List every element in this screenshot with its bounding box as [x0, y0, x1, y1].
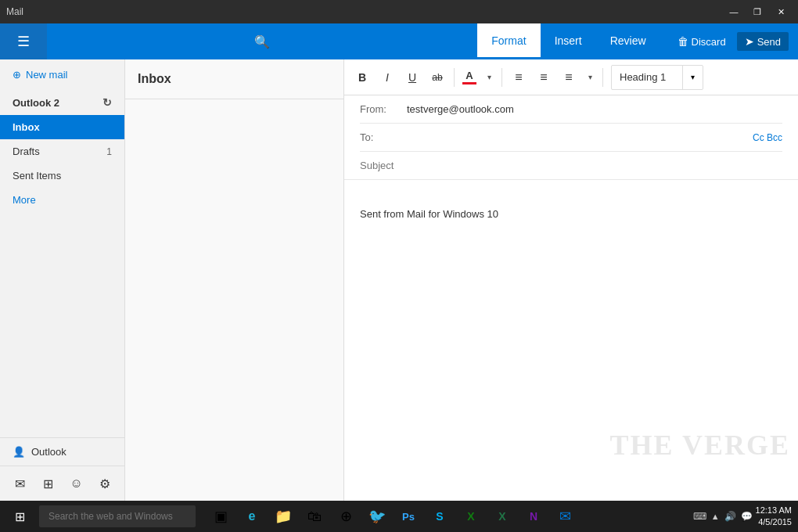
font-color-dropdown[interactable]: ▾ — [481, 66, 497, 89]
align-button[interactable]: ≡ — [557, 66, 581, 89]
format-toolbar: B I U ab A ▾ ≡ ≡ ≡ ▾ Heading 1 — [344, 59, 798, 95]
align-dropdown[interactable]: ▾ — [582, 66, 598, 89]
send-icon: ➤ — [745, 35, 754, 48]
sidebar-item-drafts[interactable]: Drafts 1 — [0, 139, 124, 164]
chrome-icon: ⊕ — [340, 508, 352, 525]
twitter-icon: 🐦 — [368, 508, 386, 525]
date-display: 4/5/2015 — [756, 516, 792, 528]
taskbar-app-store[interactable]: 🛍 — [299, 501, 330, 532]
more-link[interactable]: More — [0, 188, 124, 212]
hamburger-button[interactable]: ☰ — [0, 23, 47, 59]
sidebar-account: Outlook 2 ↻ — [0, 90, 124, 115]
apps-icon-bottom[interactable]: ⊞ — [34, 469, 61, 498]
taskbar-app-twitter[interactable]: 🐦 — [361, 501, 393, 532]
from-field: From: testverge@outlook.com — [360, 95, 782, 124]
keyboard-icon: ⌨ — [693, 511, 706, 522]
taskbar-app-xbox[interactable]: X — [455, 501, 487, 532]
mail-icon-bottom[interactable]: ✉ — [6, 469, 33, 498]
volume-icon: 🔊 — [724, 511, 736, 522]
from-label: From: — [360, 103, 407, 115]
hamburger-icon: ☰ — [17, 33, 30, 50]
heading-selector: Heading 1 ▾ — [611, 65, 703, 90]
minimize-button[interactable]: — — [723, 4, 745, 20]
user-icon: 👤 — [13, 446, 25, 458]
xbox-icon: X — [467, 510, 474, 523]
cc-bcc-button[interactable]: Cc Bcc — [753, 132, 782, 143]
onenote-icon: N — [530, 510, 537, 523]
file-explorer-icon: 📁 — [275, 508, 292, 525]
new-mail-label: New mail — [26, 69, 67, 81]
title-bar: Mail — ❐ ✕ — [0, 0, 798, 23]
new-mail-button[interactable]: ⊕ New mail — [0, 59, 124, 90]
emoji-icon-bottom[interactable]: ☺ — [63, 469, 90, 498]
search-area: 🔍 — [47, 28, 477, 56]
inbox-header: Inbox — [125, 59, 343, 99]
separator-1 — [454, 68, 455, 87]
bold-button[interactable]: B — [350, 66, 374, 89]
taskbar: ⊞ ▣ e 📁 🛍 ⊕ 🐦 Ps S X X — [0, 501, 798, 532]
refresh-icon[interactable]: ↻ — [102, 96, 112, 109]
sidebar-account-bottom[interactable]: 👤 Outlook — [0, 437, 124, 466]
font-color-bar — [462, 82, 476, 84]
separator-2 — [501, 68, 502, 87]
tab-review[interactable]: Review — [596, 23, 660, 59]
edge-icon: e — [249, 509, 256, 523]
account-name: Outlook 2 — [13, 97, 59, 109]
sidebar: ⊕ New mail Outlook 2 ↻ Inbox Drafts 1 Se… — [0, 59, 125, 501]
taskbar-app-explorer[interactable]: 📁 — [268, 501, 299, 532]
new-mail-icon: ⊕ — [13, 69, 21, 81]
list-ordered-button[interactable]: ≡ — [532, 66, 555, 89]
network-icon: ▲ — [711, 512, 720, 521]
discard-button[interactable]: 🗑 Discard — [670, 32, 734, 51]
compose-body[interactable]: Sent from Mail for Windows 10 — [344, 180, 798, 501]
tab-format[interactable]: Format — [477, 23, 540, 59]
heading-dropdown-button[interactable]: ▾ — [682, 66, 703, 89]
taskbar-apps: ▣ e 📁 🛍 ⊕ 🐦 Ps S X X N — [202, 501, 581, 532]
inbox-list: Inbox — [125, 59, 344, 501]
toolbar-actions: 🗑 Discard ➤ Send — [660, 32, 798, 51]
taskbar-app-skype[interactable]: S — [424, 501, 455, 532]
excel-icon: X — [498, 510, 505, 523]
search-button[interactable]: 🔍 — [242, 28, 282, 56]
italic-button[interactable]: I — [376, 66, 399, 89]
notification-icon: 💬 — [741, 511, 753, 522]
sidebar-item-sent[interactable]: Sent Items — [0, 164, 124, 188]
from-value: testverge@outlook.com — [407, 103, 782, 115]
task-view-icon: ▣ — [214, 508, 228, 525]
settings-icon-bottom[interactable]: ⚙ — [92, 469, 118, 498]
clock: 12:13 AM 4/5/2015 — [756, 505, 792, 529]
photoshop-icon: Ps — [402, 511, 415, 523]
maximize-button[interactable]: ❐ — [746, 4, 768, 20]
taskbar-app-taskview[interactable]: ▣ — [205, 501, 236, 532]
font-color-button[interactable]: A — [459, 68, 480, 86]
subject-input[interactable] — [360, 160, 782, 171]
underline-button[interactable]: U — [401, 66, 424, 89]
close-button[interactable]: ✕ — [770, 4, 792, 20]
heading-label: Heading 1 — [612, 68, 682, 86]
taskbar-app-mail[interactable]: ✉ — [549, 501, 581, 532]
top-nav-bar: ☰ 🔍 Format Insert Review 🗑 Discard ➤ Sen… — [0, 23, 798, 59]
time-display: 12:13 AM — [756, 505, 792, 516]
subject-field[interactable] — [360, 152, 782, 179]
main-area: ⊕ New mail Outlook 2 ↻ Inbox Drafts 1 Se… — [0, 59, 798, 501]
discard-icon: 🗑 — [678, 35, 688, 48]
sidebar-item-inbox[interactable]: Inbox — [0, 115, 124, 139]
taskbar-search-input[interactable] — [39, 505, 196, 527]
to-label: To: — [360, 131, 407, 143]
taskbar-app-chrome[interactable]: ⊕ — [330, 501, 361, 532]
to-input[interactable] — [407, 131, 753, 143]
strikethrough-button[interactable]: ab — [426, 66, 449, 89]
mail-taskbar-icon: ✉ — [559, 508, 571, 525]
list-unordered-button[interactable]: ≡ — [507, 66, 530, 89]
start-button[interactable]: ⊞ — [0, 501, 39, 532]
taskbar-app-photoshop[interactable]: Ps — [393, 501, 424, 532]
tab-insert[interactable]: Insert — [541, 23, 596, 59]
send-button[interactable]: ➤ Send — [737, 32, 789, 51]
start-icon: ⊞ — [15, 509, 25, 524]
taskbar-app-onenote[interactable]: N — [518, 501, 549, 532]
to-field[interactable]: To: Cc Bcc — [360, 124, 782, 152]
separator-3 — [602, 68, 603, 87]
taskbar-app-excel[interactable]: X — [487, 501, 518, 532]
taskbar-app-edge[interactable]: e — [236, 501, 268, 532]
toolbar-tabs: Format Insert Review — [477, 23, 660, 59]
